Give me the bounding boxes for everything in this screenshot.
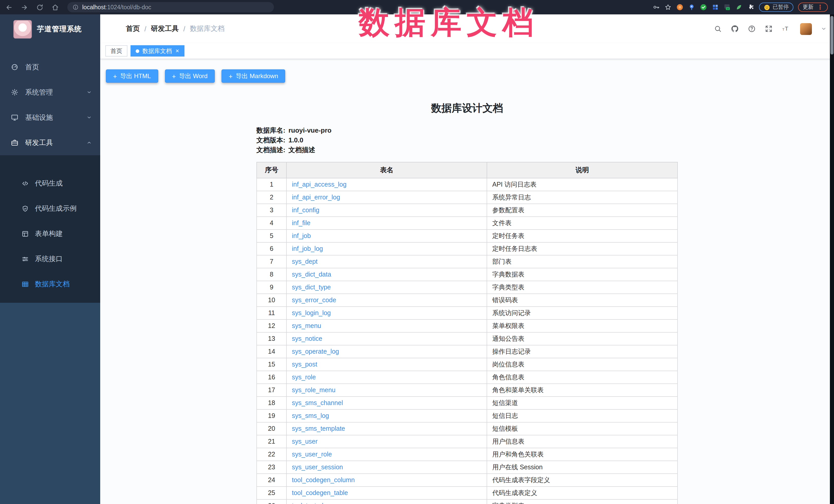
table-link[interactable]: sys_user — [292, 438, 317, 445]
address-bar[interactable]: localhost:1024/tool/db-doc — [67, 2, 274, 12]
table-cell-desc: 定时任务日志表 — [487, 242, 678, 255]
table-cell-name: sys_dept — [286, 255, 487, 268]
sidebar-item-label: 表单构建 — [35, 229, 63, 238]
table-cell-no: 20 — [257, 422, 286, 435]
chevron-down-icon[interactable] — [821, 26, 827, 32]
forward-icon[interactable] — [21, 3, 28, 11]
extension-check-icon[interactable] — [700, 4, 707, 11]
table-link[interactable]: sys_menu — [292, 322, 321, 329]
table-link[interactable]: tool_codegen_table — [292, 489, 348, 497]
table-cell-no: 3 — [257, 204, 286, 217]
sidebar-item-system-api[interactable]: 系统接口 — [0, 246, 100, 271]
sidebar-item-db-doc[interactable]: 数据库文档 — [0, 271, 100, 297]
extension-leaf-icon[interactable] — [735, 4, 742, 11]
star-icon[interactable] — [664, 4, 671, 11]
extension-grid-icon[interactable] — [711, 4, 719, 11]
breadcrumb-item[interactable]: 研发工具 — [151, 24, 179, 34]
table-cell-desc: 角色和菜单关联表 — [487, 384, 678, 397]
paused-badge[interactable]: 已暂停 — [759, 3, 793, 12]
help-circle-icon[interactable] — [748, 25, 756, 33]
doc-meta-line: 数据库名:ruoyi-vue-pro — [257, 126, 678, 135]
table-link[interactable]: inf_api_access_log — [292, 181, 347, 188]
table-cell-no: 5 — [257, 229, 286, 242]
table-link[interactable]: sys_error_code — [292, 297, 336, 304]
table-link[interactable]: sys_notice — [292, 335, 322, 342]
github-icon[interactable] — [731, 25, 739, 33]
table-cell-desc: 短信模板 — [487, 422, 678, 435]
table-cell-name: tool_codegen_column — [286, 474, 487, 486]
user-avatar[interactable] — [800, 23, 812, 35]
sidebar-item-code-gen-demo[interactable]: 代码生成示例 — [0, 196, 100, 221]
table-link[interactable]: sys_user_role — [292, 451, 332, 458]
table-cell-name: inf_job — [286, 229, 487, 242]
home-icon[interactable] — [51, 3, 59, 11]
tag-item[interactable]: 首页 — [105, 45, 128, 57]
table-cell-name: sys_dict_type — [286, 281, 487, 294]
table-link[interactable]: sys_dept — [292, 258, 317, 265]
font-size-icon[interactable]: TT — [782, 25, 790, 33]
app-title: 芋道管理系统 — [37, 25, 82, 34]
table-link[interactable]: sys_dict_type — [292, 284, 331, 291]
reload-icon[interactable] — [36, 3, 44, 11]
sidebar-item-dev-tools[interactable]: 研发工具 — [0, 130, 100, 155]
table-cell-desc: 文件表 — [487, 217, 678, 229]
export-button-1[interactable]: +导出 Word — [165, 69, 215, 83]
table-link[interactable]: sys_login_log — [292, 309, 331, 316]
table-row: 1inf_api_access_logAPI 访问日志表 — [257, 178, 678, 191]
fold-sidebar-icon[interactable] — [107, 24, 116, 33]
table-link[interactable]: sys_sms_log — [292, 412, 329, 419]
tables-overview-table: 序号表名说明 1inf_api_access_logAPI 访问日志表2inf_… — [257, 162, 678, 504]
table-row: 12sys_menu菜单权限表 — [257, 320, 678, 332]
page-scrollbar[interactable] — [830, 15, 834, 504]
table-link[interactable]: sys_role_menu — [292, 387, 335, 394]
table-link[interactable]: sys_operate_log — [292, 348, 339, 355]
export-button-2[interactable]: +导出 Markdown — [221, 69, 285, 83]
sidebar-item-infra[interactable]: 基础设施 — [0, 105, 100, 130]
tag-active[interactable]: 数据库文档× — [131, 45, 184, 57]
key-icon[interactable] — [652, 4, 660, 11]
extension-on-icon[interactable]: on — [723, 4, 730, 11]
table-link[interactable]: sys_dict_data — [292, 271, 331, 278]
export-button-0[interactable]: +导出 HTML — [106, 69, 158, 83]
sidebar-item-code-gen[interactable]: 代码生成 — [0, 171, 100, 196]
extension-pin-icon[interactable] — [688, 4, 695, 11]
browser-menu-icon[interactable]: ⋮ — [817, 4, 823, 10]
plus-icon: + — [229, 73, 233, 80]
table-link[interactable]: sys_sms_channel — [292, 399, 343, 407]
search-icon[interactable] — [714, 25, 722, 33]
sidebar-item-home[interactable]: 首页 — [0, 54, 100, 80]
table-cell-no: 21 — [257, 435, 286, 448]
table-link[interactable]: inf_job — [292, 232, 311, 240]
puzzle-icon[interactable] — [747, 4, 754, 11]
scrollbar-thumb[interactable] — [830, 16, 833, 54]
table-row: 7sys_dept部门表 — [257, 255, 678, 268]
table-link[interactable]: inf_file — [292, 219, 310, 227]
table-cell-name: sys_error_code — [286, 294, 487, 307]
breadcrumb-item[interactable]: 首页 — [126, 24, 140, 34]
table-link[interactable]: sys_sms_template — [292, 425, 345, 432]
table-cell-no: 26 — [257, 499, 286, 504]
sidebar-item-system[interactable]: 系统管理 — [0, 80, 100, 105]
table-link[interactable]: sys_role — [292, 374, 316, 381]
sidebar-item-form-builder[interactable]: 表单构建 — [0, 221, 100, 246]
table-link[interactable]: sys_user_session — [292, 464, 343, 471]
table-link[interactable]: tool_codegen_column — [292, 477, 355, 484]
fullscreen-icon[interactable] — [765, 25, 773, 33]
table-cell-name: inf_job_log — [286, 242, 487, 255]
close-icon[interactable]: × — [175, 48, 179, 54]
table-row: 14sys_operate_log操作日志记录 — [257, 345, 678, 358]
table-link[interactable]: tool_test_demo — [292, 502, 336, 504]
extension-orange-icon[interactable] — [676, 4, 683, 11]
breadcrumb-item: 数据库文档 — [190, 24, 224, 34]
update-button[interactable]: 更新 ⋮ — [798, 3, 828, 12]
table-cell-desc: 短信日志 — [487, 410, 678, 422]
logo-row[interactable]: 芋道管理系统 — [0, 15, 100, 44]
table-link[interactable]: inf_job_log — [292, 245, 323, 253]
table-link[interactable]: inf_api_error_log — [292, 194, 340, 201]
svg-text:T: T — [782, 27, 784, 31]
back-icon[interactable] — [5, 3, 13, 11]
table-link[interactable]: inf_config — [292, 206, 320, 214]
table-link[interactable]: sys_post — [292, 361, 317, 368]
table-cell-no: 11 — [257, 307, 286, 320]
info-icon[interactable] — [72, 4, 79, 10]
